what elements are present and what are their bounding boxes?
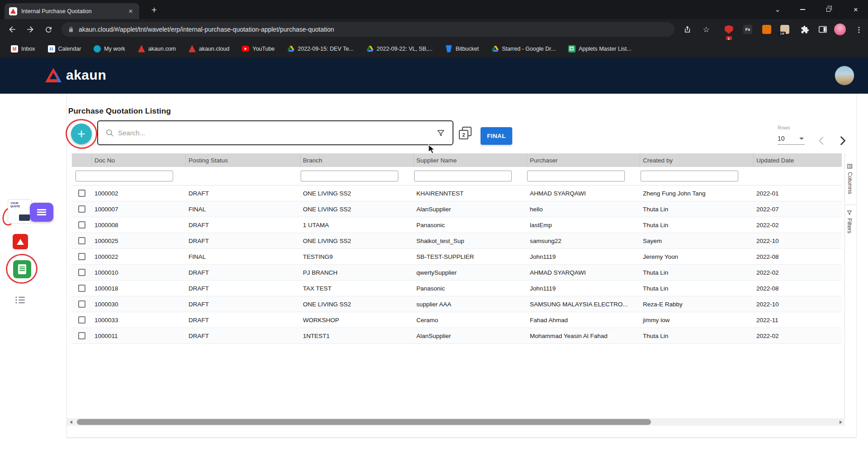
column-header-posting-status[interactable]: Posting Status xyxy=(186,153,300,167)
row-checkbox[interactable] xyxy=(78,237,85,244)
cell-doc-no: 1000011 xyxy=(92,333,186,339)
row-checkbox[interactable] xyxy=(78,316,85,324)
bookmark-star-icon[interactable]: ☆ xyxy=(700,23,712,36)
rows-per-page-select[interactable]: 10 xyxy=(778,132,805,145)
new-tab-button[interactable]: + xyxy=(147,3,161,17)
column-header-created-by[interactable]: Created by xyxy=(640,153,754,167)
akaun-logo[interactable]: akaun xyxy=(45,67,106,83)
extension-mail-icon[interactable] xyxy=(760,23,773,36)
sidebar: YOUR QUOTE ⚙ xyxy=(0,94,42,462)
extension-fs-icon[interactable]: Fs xyxy=(741,23,754,36)
app-header: akaun xyxy=(0,57,868,94)
menu-icon xyxy=(37,209,46,215)
previous-page-button[interactable] xyxy=(815,134,828,147)
bookmark-item[interactable]: YouTube xyxy=(237,43,279,55)
table-row[interactable]: 1000033 DRAFT WORKSHOP Ceramo Fahad Ahma… xyxy=(72,312,842,328)
bookmark-item[interactable]: Applets Master List... xyxy=(564,43,636,55)
cell-supplier-name: supplier AAA xyxy=(414,301,527,308)
filter-purchaser-input[interactable] xyxy=(527,171,625,181)
columns-tab[interactable]: Columns xyxy=(846,163,853,194)
table-row[interactable]: 1000030 DRAFT ONE LIVING SS2 supplier AA… xyxy=(72,296,842,312)
back-button[interactable] xyxy=(5,22,20,37)
scrollbar-thumb[interactable] xyxy=(77,419,651,425)
table-row[interactable]: 1000002 DRAFT ONE LIVING SS2 KHAIRENNTES… xyxy=(72,186,842,201)
filter-branch-input[interactable] xyxy=(301,171,398,181)
browser-tab[interactable]: Internal Purchase Quotation ✕ xyxy=(5,3,139,19)
window-close-button[interactable]: ✕ xyxy=(844,0,868,19)
bookmark-item[interactable]: Bitbucket xyxy=(441,43,483,55)
cell-purchaser: John1119 xyxy=(527,285,640,292)
filter-supplier-input[interactable] xyxy=(414,171,512,181)
bookmark-item[interactable]: 2022-09-15: DEV Te... xyxy=(283,43,358,55)
cell-created-by: Jeremy Yoon xyxy=(640,253,754,260)
row-checkbox[interactable] xyxy=(78,253,85,260)
column-header-branch[interactable]: Branch xyxy=(300,153,414,167)
filter-doc-no-input[interactable] xyxy=(75,171,173,181)
user-avatar[interactable] xyxy=(835,66,854,86)
row-checkbox[interactable] xyxy=(78,190,85,197)
column-header-updated-date[interactable]: Updated Date xyxy=(754,153,842,167)
bookmark-item[interactable]: Starred - Google Dr... xyxy=(487,43,560,55)
extensions-puzzle-icon[interactable] xyxy=(798,23,811,36)
filters-tab[interactable]: Filters xyxy=(846,210,853,233)
tab-close-icon[interactable]: ✕ xyxy=(127,7,135,15)
table-row[interactable]: 1000025 DRAFT ONE LIVING SS2 Shaikot_tes… xyxy=(72,233,842,249)
address-bar[interactable]: akaun.cloud/#/applet/tnt/wavelet/erp/int… xyxy=(61,22,675,37)
filter-funnel-icon[interactable] xyxy=(436,129,445,138)
table-row[interactable]: 1000011 DRAFT 1NTEST1 AlanSupplier Moham… xyxy=(72,328,842,344)
table-row[interactable]: 1000010 DRAFT PJ BRANCH qwertySupplier A… xyxy=(72,265,842,281)
table-row[interactable]: 1000022 FINAL TESTING9 SB-TEST-SUPPLIER … xyxy=(72,249,842,265)
sidebar-item-listing-icon[interactable] xyxy=(15,295,26,306)
tab-search-chevron-icon[interactable]: ⌄ xyxy=(767,0,788,19)
extension-ublock-icon[interactable]: 1 xyxy=(722,23,735,36)
bookmark-item[interactable]: akaun.cloud xyxy=(184,43,234,55)
extension-wallet-icon[interactable]: Off xyxy=(778,23,791,36)
table-row[interactable]: 1000018 DRAFT TAX TEST Panasonic John111… xyxy=(72,281,842,296)
sidebar-expand-button[interactable] xyxy=(30,203,53,222)
cell-supplier-name: Shaikot_test_Sup xyxy=(414,238,527,244)
column-header-purchaser[interactable]: Purchaser xyxy=(527,153,640,167)
refresh-button[interactable] xyxy=(41,22,56,37)
horizontal-scrollbar[interactable] xyxy=(67,418,844,426)
screen: Internal Purchase Quotation ✕ + ⌄ ✕ akau… xyxy=(0,0,868,462)
browser-menu-icon[interactable]: ⋮ xyxy=(853,23,865,36)
bookmark-label: 2022-09-15: DEV Te... xyxy=(298,46,354,52)
bookmark-item[interactable]: akaun.com xyxy=(133,43,180,55)
bookmark-favicon-icon xyxy=(242,45,249,52)
site-lock-icon[interactable] xyxy=(68,26,74,33)
cell-branch: TESTING9 xyxy=(300,253,414,260)
sidebar-item-pdf-icon[interactable] xyxy=(13,234,28,249)
row-checkbox[interactable] xyxy=(78,205,85,213)
share-icon[interactable] xyxy=(681,23,693,36)
column-header-doc-no[interactable]: Doc No xyxy=(92,153,186,167)
scroll-left-arrow[interactable] xyxy=(67,418,75,426)
duplicate-button[interactable]: 2 xyxy=(458,126,474,142)
row-checkbox[interactable] xyxy=(78,221,85,229)
scroll-right-arrow[interactable] xyxy=(837,418,844,426)
bookmark-item[interactable]: My work xyxy=(89,43,130,55)
table-row[interactable]: 1000007 FINAL ONE LIVING SS2 AlanSupplie… xyxy=(72,201,842,217)
side-panel-icon[interactable] xyxy=(816,23,829,36)
cell-created-by: Reza-E Rabby xyxy=(640,301,754,308)
row-checkbox[interactable] xyxy=(78,300,85,308)
filter-created-by-input[interactable] xyxy=(641,171,738,181)
bookmark-item[interactable]: 2022-09-22: VL, SB,... xyxy=(362,43,437,55)
table-row[interactable]: 1000008 DRAFT 1 UTAMA Panasonic lastEmp … xyxy=(72,217,842,233)
cell-updated-date: 2022-07 xyxy=(754,206,842,213)
row-checkbox[interactable] xyxy=(78,285,85,292)
next-page-button[interactable] xyxy=(836,134,849,147)
window-restore-button[interactable] xyxy=(818,0,839,19)
window-minimize-button[interactable] xyxy=(792,0,813,19)
cell-posting-status: DRAFT xyxy=(186,285,300,292)
bookmark-label: akaun.com xyxy=(148,46,176,52)
final-button[interactable]: FINAL xyxy=(481,127,512,145)
profile-avatar[interactable] xyxy=(834,23,846,36)
bookmark-item[interactable]: M Inbox xyxy=(6,43,40,55)
cell-supplier-name: AlanSupplier xyxy=(414,333,527,339)
search-input[interactable] xyxy=(118,129,433,137)
forward-button[interactable] xyxy=(23,22,38,37)
row-checkbox[interactable] xyxy=(78,269,85,276)
cell-posting-status: DRAFT xyxy=(186,190,300,197)
bookmark-item[interactable]: 31 Calendar xyxy=(43,43,86,55)
row-checkbox[interactable] xyxy=(78,332,85,339)
